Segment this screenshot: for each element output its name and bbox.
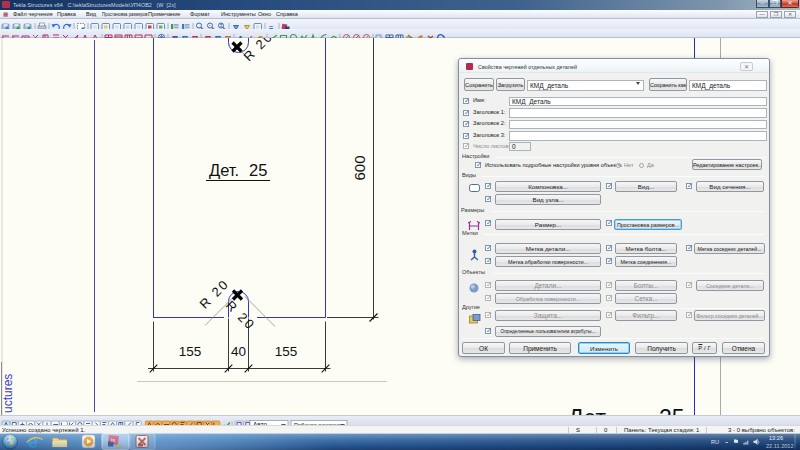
svg-text:25: 25 [659,405,685,415]
svg-text:uctures: uctures [1,374,15,413]
svg-text:R 20: R 20 [241,38,277,64]
svg-text:e: e [28,433,38,450]
svg-text:RU: RU [711,439,719,445]
svg-text:600: 600 [351,155,368,180]
svg-text:155: 155 [179,344,202,359]
svg-text:25: 25 [249,161,267,179]
svg-text:ts: ts [111,437,115,443]
svg-text:13:26: 13:26 [769,435,783,441]
svg-text:22.11.2012: 22.11.2012 [766,443,794,449]
svg-text:Дет.: Дет. [568,405,610,415]
svg-text:40: 40 [231,344,246,359]
svg-text:Дет.: Дет. [209,161,239,179]
svg-text:155: 155 [275,344,298,359]
